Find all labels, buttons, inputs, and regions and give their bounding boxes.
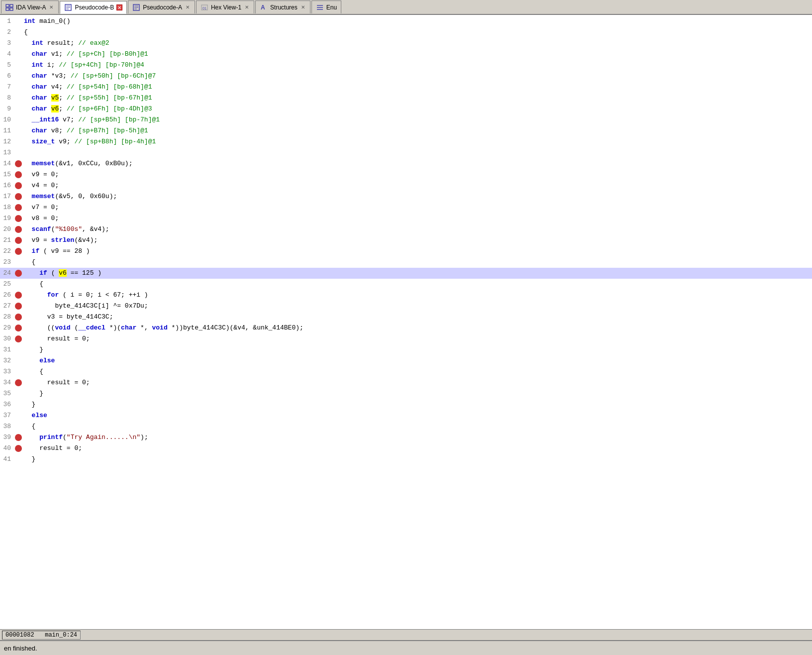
breakpoint-24[interactable] [15, 270, 22, 277]
breakpoint-22[interactable] [15, 248, 22, 255]
code-line-39[interactable]: 39 printf("Try Again......\n"); [0, 432, 812, 443]
code-line-31[interactable]: 31 } [0, 344, 812, 355]
tab-icon-pseudo-b [64, 4, 72, 11]
code-text-26: for ( i = 0; i < 67; ++i ) [24, 290, 812, 301]
code-line-5[interactable]: 5 int i; // [sp+4Ch] [bp-70h]@4 [0, 60, 812, 71]
no-bp-23 [15, 259, 22, 266]
code-line-35[interactable]: 35 } [0, 388, 812, 399]
code-line-38[interactable]: 38 { [0, 421, 812, 432]
breakpoint-20[interactable] [15, 226, 22, 233]
code-line-29[interactable]: 29 ((void (__cdecl *)(char *, void *))by… [0, 323, 812, 333]
code-line-15[interactable]: 15 v9 = 0; [0, 169, 812, 180]
code-line-2[interactable]: 2 { [0, 27, 812, 38]
breakpoint-26[interactable] [15, 292, 22, 299]
code-line-28[interactable]: 28 v3 = byte_414C3C; [0, 312, 812, 323]
tab-icon-enum [316, 4, 324, 11]
no-bp-36 [15, 401, 22, 408]
breakpoint-30[interactable] [15, 335, 22, 342]
tab-close-pseudo-b[interactable]: ✕ [116, 4, 122, 10]
code-line-20[interactable]: 20 scanf("%100s", &v4); [0, 224, 812, 235]
code-line-25[interactable]: 25 { [0, 279, 812, 290]
code-line-32[interactable]: 32 else [0, 355, 812, 366]
line-number-27: 27 [0, 301, 15, 312]
code-line-18[interactable]: 18 v7 = 0; [0, 202, 812, 213]
code-line-27[interactable]: 27 byte_414C3C[i] ^= 0x7Du; [0, 301, 812, 312]
no-bp-41 [15, 456, 22, 463]
breakpoint-40[interactable] [15, 445, 22, 452]
code-line-7[interactable]: 7 char v4; // [sp+54h] [bp-68h]@1 [0, 82, 812, 93]
line-number-5: 5 [0, 60, 15, 71]
no-bp-5 [15, 62, 22, 69]
tab-close-structures[interactable]: ✕ [300, 4, 306, 10]
no-bp-37 [15, 412, 22, 419]
code-line-37[interactable]: 37 else [0, 410, 812, 421]
code-line-33[interactable]: 33 { [0, 366, 812, 377]
breakpoint-15[interactable] [15, 171, 22, 178]
code-line-12[interactable]: 12 size_t v9; // [sp+B8h] [bp-4h]@1 [0, 136, 812, 147]
breakpoint-16[interactable] [15, 182, 22, 189]
code-text-21: v9 = strlen(&v4); [24, 235, 812, 246]
tab-label-pseudo-b: Pseudocode-B [75, 4, 114, 11]
code-line-9[interactable]: 9 char v6; // [sp+6Fh] [bp-4Dh]@3 [0, 104, 812, 114]
tab-close-hex[interactable]: ✕ [244, 4, 250, 10]
code-line-23[interactable]: 23 { [0, 257, 812, 268]
code-line-19[interactable]: 19 v8 = 0; [0, 213, 812, 224]
code-line-34[interactable]: 34 result = 0; [0, 377, 812, 388]
code-line-11[interactable]: 11 char v8; // [sp+B7h] [bp-5h]@1 [0, 125, 812, 136]
line-number-22: 22 [0, 246, 15, 257]
code-line-21[interactable]: 21 v9 = strlen(&v4); [0, 235, 812, 246]
code-line-41[interactable]: 41 } [0, 454, 812, 465]
breakpoint-34[interactable] [15, 379, 22, 386]
breakpoint-28[interactable] [15, 314, 22, 321]
code-line-17[interactable]: 17 memset(&v5, 0, 0x60u); [0, 191, 812, 202]
line-number-39: 39 [0, 432, 15, 443]
code-text-15: v9 = 0; [24, 169, 812, 180]
tab-hex-view[interactable]: 01 Hex View-1 ✕ [196, 0, 254, 13]
code-line-16[interactable]: 16 v4 = 0; [0, 180, 812, 191]
code-line-14[interactable]: 14 memset(&v1, 0xCCu, 0xB0u); [0, 158, 812, 169]
breakpoint-29[interactable] [15, 325, 22, 331]
svg-rect-2 [6, 8, 9, 10]
code-line-10[interactable]: 10 __int16 v7; // [sp+B5h] [bp-7h]@1 [0, 114, 812, 125]
tab-label-ida: IDA View-A [16, 4, 46, 11]
breakpoint-39[interactable] [15, 434, 22, 441]
breakpoint-21[interactable] [15, 237, 22, 244]
tab-icon-ida [5, 4, 13, 11]
tab-structures[interactable]: A Structures ✕ [255, 0, 310, 13]
status-address: 00001082 main_0:24 [2, 631, 81, 640]
breakpoint-27[interactable] [15, 303, 22, 310]
code-line-40[interactable]: 40 result = 0; [0, 443, 812, 454]
code-line-4[interactable]: 4 char v1; // [sp+Ch] [bp-B0h]@1 [0, 49, 812, 60]
code-line-8[interactable]: 8 char v5; // [sp+55h] [bp-67h]@1 [0, 93, 812, 104]
tab-enumerations[interactable]: Enu [311, 0, 341, 13]
breakpoint-18[interactable] [15, 204, 22, 211]
line-number-13: 13 [0, 147, 15, 158]
code-line-3[interactable]: 3 int result; // eax@2 [0, 38, 812, 49]
tab-pseudocode-b[interactable]: Pseudocode-B ✕ [60, 1, 127, 14]
code-line-30[interactable]: 30 result = 0; [0, 333, 812, 344]
line-number-23: 23 [0, 257, 15, 268]
code-line-6[interactable]: 6 char *v3; // [sp+50h] [bp-6Ch]@7 [0, 71, 812, 82]
breakpoint-17[interactable] [15, 193, 22, 200]
line-number-19: 19 [0, 213, 15, 224]
status-address-value: 00001082 [5, 632, 34, 639]
tab-close-pseudo-a[interactable]: ✕ [185, 4, 191, 10]
no-bp-35 [15, 390, 22, 397]
code-line-22[interactable]: 22 if ( v9 == 28 ) [0, 246, 812, 257]
code-text-41: } [24, 454, 812, 465]
tab-pseudocode-a[interactable]: Pseudocode-A ✕ [128, 0, 195, 13]
code-line-1[interactable]: 1 int main_0() [0, 16, 812, 27]
code-line-24[interactable]: 24 if ( v6 == 125 ) [0, 268, 812, 279]
status-bar: 00001082 main_0:24 [0, 629, 812, 640]
code-area[interactable]: 1 int main_0() 2 { 3 int result; // eax@… [0, 15, 812, 640]
line-number-17: 17 [0, 191, 15, 202]
line-number-8: 8 [0, 93, 15, 104]
code-line-36[interactable]: 36 } [0, 399, 812, 410]
breakpoint-14[interactable] [15, 160, 22, 167]
code-text-24: if ( v6 == 125 ) [24, 268, 812, 279]
tab-ida-view-a[interactable]: IDA View-A ✕ [1, 0, 59, 13]
tab-close-ida[interactable]: ✕ [48, 4, 54, 10]
code-text-31: } [24, 344, 812, 355]
breakpoint-19[interactable] [15, 215, 22, 222]
code-line-26[interactable]: 26 for ( i = 0; i < 67; ++i ) [0, 290, 812, 301]
